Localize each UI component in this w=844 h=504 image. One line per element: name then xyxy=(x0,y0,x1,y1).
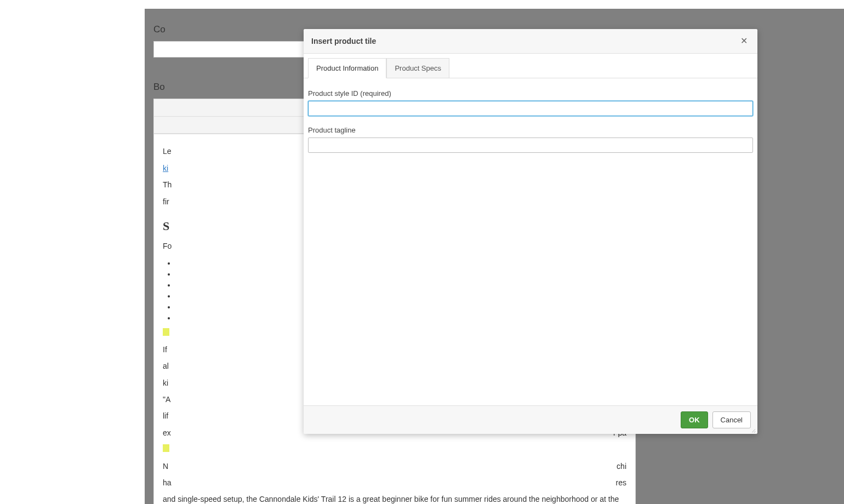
tab-product-specs[interactable]: Product Specs xyxy=(386,58,449,78)
form-area: Product style ID (required) Product tagl… xyxy=(304,78,757,167)
modal-overlay: Insert product tile ✕ Product Informatio… xyxy=(145,9,844,504)
field-group-tagline: Product tagline xyxy=(308,126,753,153)
input-product-tagline[interactable] xyxy=(308,138,753,153)
tab-bar: Product Information Product Specs xyxy=(304,54,757,78)
label-product-style-id: Product style ID (required) xyxy=(308,89,753,98)
field-group-style-id: Product style ID (required) xyxy=(308,89,753,116)
label-product-tagline: Product tagline xyxy=(308,126,753,134)
modal-body: Product Information Product Specs Produc… xyxy=(304,54,757,405)
resize-handle-icon[interactable] xyxy=(750,426,756,433)
ok-button[interactable]: OK xyxy=(681,411,708,428)
close-button[interactable]: ✕ xyxy=(738,36,750,47)
input-product-style-id[interactable] xyxy=(308,101,753,116)
insert-product-tile-modal: Insert product tile ✕ Product Informatio… xyxy=(304,29,757,434)
modal-footer: OK Cancel xyxy=(304,405,757,434)
tab-product-information[interactable]: Product Information xyxy=(308,58,386,78)
page-background: Co Bo Leg. A ki The's a fir S Fo Ifsten … xyxy=(145,9,844,504)
modal-title: Insert product tile xyxy=(311,37,376,45)
close-icon: ✕ xyxy=(740,36,748,45)
cancel-button[interactable]: Cancel xyxy=(712,411,751,428)
modal-header: Insert product tile ✕ xyxy=(304,29,757,54)
